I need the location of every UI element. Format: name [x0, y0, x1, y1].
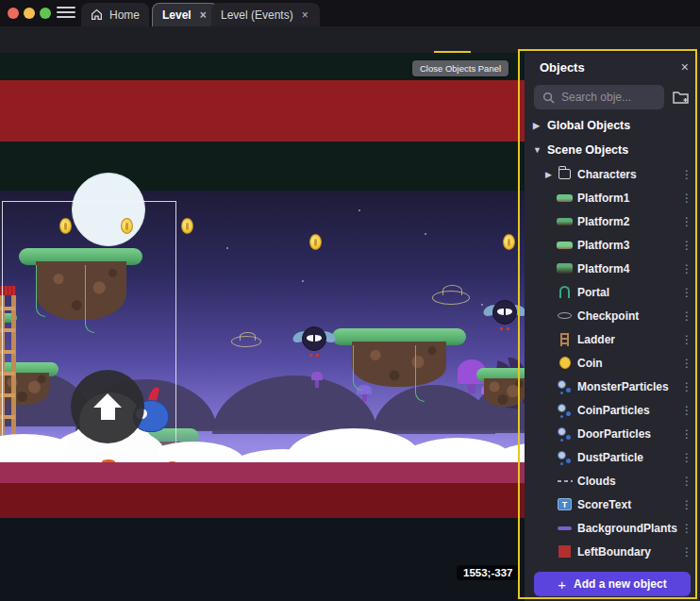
folder-icon	[557, 167, 573, 182]
search-input[interactable]	[534, 85, 664, 109]
particles-icon	[557, 426, 573, 442]
minimize-window-button[interactable]	[24, 8, 35, 19]
object-label: Checkpoint	[577, 309, 639, 323]
category-row-scene-objects[interactable]: ▼Scene Objects	[525, 138, 700, 162]
object-row-leftboundary[interactable]: LeftBoundary⋮	[525, 540, 700, 563]
object-label: Coin	[577, 357, 603, 370]
search-field[interactable]	[561, 91, 646, 104]
platform-object[interactable]	[476, 368, 525, 407]
tab-level[interactable]: Level ×	[152, 3, 219, 26]
row-menu-button[interactable]: ⋮	[681, 333, 691, 346]
object-label: Portal	[577, 286, 609, 299]
particles-icon	[557, 379, 573, 394]
boundary-icon	[557, 544, 573, 559]
coin-object[interactable]	[181, 218, 193, 234]
row-menu-button[interactable]: ⋮	[681, 357, 691, 370]
main-menu-button[interactable]	[57, 7, 75, 20]
row-menu-button[interactable]: ⋮	[681, 192, 691, 205]
object-row-clouds[interactable]: Clouds⋮	[525, 469, 700, 492]
close-tab-icon[interactable]: ×	[300, 8, 310, 22]
platform-thumbnail-icon	[557, 261, 573, 276]
home-icon	[91, 8, 103, 21]
object-label: Characters	[577, 168, 637, 181]
object-row-coin[interactable]: Coin⋮	[525, 351, 700, 375]
monster-object[interactable]	[483, 298, 525, 332]
object-row-checkpoint[interactable]: Checkpoint⋮	[525, 304, 700, 327]
object-row-backgroundplants[interactable]: BackgroundPlants⋮	[525, 516, 700, 540]
tab-level-events[interactable]: Level (Events) ×	[211, 3, 320, 26]
row-menu-button[interactable]: ⋮	[681, 262, 691, 275]
object-label: ScoreText	[577, 498, 631, 511]
coin-object[interactable]	[309, 234, 322, 250]
object-row-platform4[interactable]: Platform4⋮	[525, 257, 700, 280]
ufo-sketch-shape	[432, 291, 470, 305]
object-row-monsterparticles[interactable]: MonsterParticles⋮	[525, 375, 700, 398]
object-row-platform3[interactable]: Platform3⋮	[525, 233, 700, 257]
row-menu-button[interactable]: ⋮	[681, 475, 691, 488]
object-row-ladder[interactable]: Ladder⋮	[525, 327, 700, 351]
object-row-scoretext[interactable]: TScoreText⋮	[525, 492, 700, 516]
chevron-expanded-icon[interactable]: ▼	[533, 145, 541, 155]
panel-title: Objects	[540, 60, 585, 75]
row-menu-button[interactable]: ⋮	[681, 168, 691, 181]
category-row-global-objects[interactable]: ▶Global Objects	[525, 113, 700, 138]
object-row-coinparticles[interactable]: CoinParticles⋮	[525, 398, 700, 422]
row-menu-button[interactable]: ⋮	[681, 498, 691, 511]
row-menu-button[interactable]: ⋮	[681, 451, 691, 464]
portal-icon	[557, 285, 573, 300]
bottom-boundary	[0, 462, 525, 483]
scene-outside-area	[0, 518, 525, 601]
scene-editor-canvas[interactable]: 1553;-337	[0, 53, 525, 601]
platform-thumbnail-icon	[557, 238, 573, 253]
row-menu-button[interactable]: ⋮	[681, 427, 691, 441]
tab-home[interactable]: Home	[81, 3, 149, 26]
object-label: Clouds	[577, 475, 616, 488]
toolbar: Preview ⌄ Share	[0, 26, 700, 53]
row-menu-button[interactable]: ⋮	[681, 239, 691, 252]
object-row-platform1[interactable]: Platform1⋮	[525, 186, 700, 209]
ufo-sketch-shape	[231, 336, 261, 347]
object-row-doorparticles[interactable]: DoorParticles⋮	[525, 422, 700, 445]
maximize-window-button[interactable]	[40, 8, 51, 19]
text-object-icon: T	[557, 497, 573, 512]
object-row-portal[interactable]: Portal⋮	[525, 280, 700, 304]
objects-panel-header: Objects ×	[525, 53, 700, 81]
chevron-collapsed-icon[interactable]: ▶	[533, 121, 541, 130]
monster-object[interactable]	[292, 325, 336, 359]
close-panel-icon[interactable]: ×	[681, 59, 689, 75]
particles-icon	[557, 403, 573, 418]
checkpoint-icon	[557, 309, 573, 324]
object-label: BackgroundPlants	[577, 522, 677, 535]
coin-object[interactable]	[503, 234, 515, 250]
category-label: Scene Objects	[547, 143, 628, 157]
object-label: MonsterParticles	[577, 380, 669, 393]
object-label: Platform1	[577, 192, 629, 205]
coin-icon	[557, 356, 573, 371]
add-folder-icon[interactable]	[672, 89, 691, 106]
particles-icon	[557, 450, 573, 465]
row-menu-button[interactable]: ⋮	[681, 522, 691, 535]
objects-panel: Objects × ▶Global Objects▼Scene Objects▶…	[525, 53, 700, 601]
row-menu-button[interactable]: ⋮	[681, 215, 691, 228]
platform-object[interactable]	[332, 328, 466, 387]
row-menu-button[interactable]: ⋮	[681, 404, 691, 417]
row-menu-button[interactable]: ⋮	[681, 380, 691, 393]
object-row-characters[interactable]: ▶Characters⋮	[525, 162, 700, 186]
jump-button-object[interactable]	[71, 370, 144, 443]
row-menu-button[interactable]: ⋮	[681, 286, 691, 299]
close-tab-icon[interactable]: ×	[198, 8, 208, 22]
chevron-collapsed-icon[interactable]: ▶	[545, 170, 552, 179]
add-new-object-button[interactable]: + Add a new object	[534, 572, 691, 596]
object-row-dustparticle[interactable]: DustParticle⋮	[525, 445, 700, 469]
plants-icon	[557, 521, 573, 536]
object-label: DustParticle	[577, 451, 643, 464]
plus-icon: +	[558, 576, 566, 593]
object-label: LeftBoundary	[577, 545, 651, 559]
row-menu-button[interactable]: ⋮	[681, 309, 691, 323]
close-window-button[interactable]	[8, 8, 19, 19]
dashes-icon	[557, 474, 573, 489]
search-icon	[542, 92, 555, 104]
row-menu-button[interactable]: ⋮	[681, 545, 691, 559]
object-row-platform2[interactable]: Platform2⋮	[525, 209, 700, 233]
platform-thumbnail-icon	[557, 214, 573, 229]
